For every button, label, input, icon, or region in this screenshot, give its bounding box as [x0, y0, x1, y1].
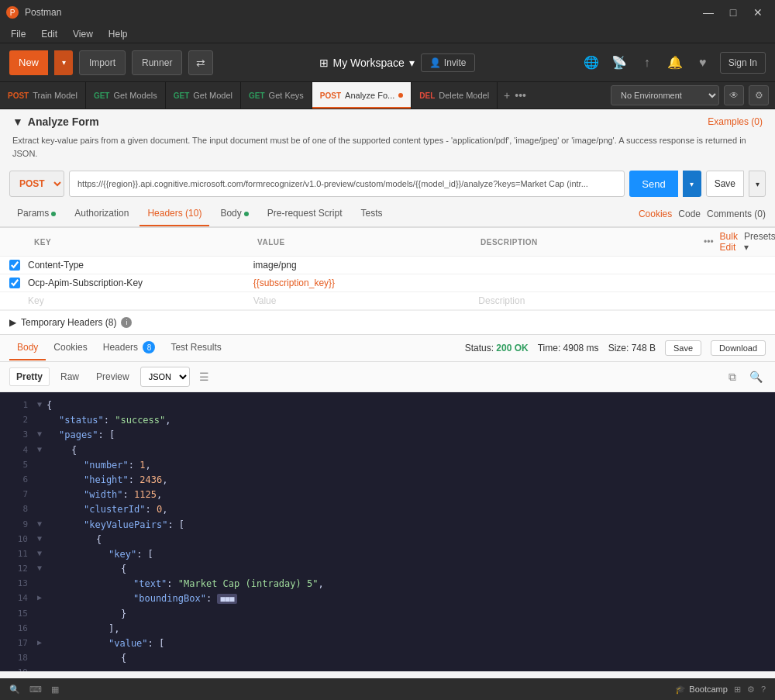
- req-tab-body[interactable]: Body: [212, 202, 256, 226]
- req-tab-authorization[interactable]: Authorization: [67, 202, 136, 226]
- header-checkbox-2[interactable]: [9, 278, 20, 288]
- tab-get-models[interactable]: GET Get Models: [86, 82, 166, 109]
- menu-view[interactable]: View: [68, 27, 98, 41]
- search-icon-btn[interactable]: 🔍: [746, 367, 766, 387]
- runner-button[interactable]: Runner: [132, 50, 182, 75]
- add-tab-button[interactable]: +: [504, 89, 510, 102]
- save-button[interactable]: Save: [706, 171, 744, 197]
- satellite-icon-btn[interactable]: 📡: [608, 52, 630, 74]
- format-preview[interactable]: Preview: [90, 368, 136, 385]
- sign-in-button[interactable]: Sign In: [720, 52, 766, 74]
- code-link[interactable]: Code: [678, 209, 701, 219]
- send-dropdown-button[interactable]: ▾: [683, 171, 701, 197]
- json-line: 17 ▶ "value": [: [0, 636, 775, 651]
- resp-tab-headers[interactable]: Headers 8: [95, 335, 164, 361]
- format-raw[interactable]: Raw: [54, 368, 85, 385]
- send-button[interactable]: Send: [629, 171, 677, 197]
- examples-link[interactable]: Examples (0): [708, 116, 763, 127]
- req-tab-pre-request[interactable]: Pre-request Script: [260, 202, 350, 226]
- tab-get-keys[interactable]: GET Get Keys: [241, 82, 312, 109]
- desc-placeholder[interactable]: Description: [478, 295, 704, 306]
- copy-icon-btn[interactable]: ⧉: [722, 367, 742, 387]
- new-button[interactable]: New: [9, 50, 48, 75]
- format-pretty[interactable]: Pretty: [9, 367, 50, 386]
- tab-analyze-form[interactable]: POST Analyze Fo...: [312, 82, 412, 109]
- response-tabs-row: Body Cookies Headers 8 Test Results Stat…: [0, 335, 775, 362]
- layout-icon[interactable]: ⊞: [734, 684, 741, 695]
- keyboard-icon[interactable]: ⌨: [29, 684, 42, 695]
- req-tab-tests[interactable]: Tests: [353, 202, 390, 226]
- value-placeholder[interactable]: Value: [253, 295, 479, 306]
- status-bar-right: 🎓 Bootcamp ⊞ ⚙ ?: [675, 684, 766, 695]
- workspace-grid-icon: ⊞: [319, 57, 329, 69]
- method-select[interactable]: POST: [9, 171, 64, 197]
- key-placeholder[interactable]: Key: [28, 295, 253, 306]
- environment-select[interactable]: No Environment: [611, 85, 719, 105]
- wrap-icon-btn[interactable]: ☰: [195, 367, 215, 387]
- minimize-button[interactable]: —: [698, 2, 719, 23]
- json-line: 3 ▼ "pages": [: [0, 428, 775, 443]
- req-tab-headers[interactable]: Headers (10): [140, 202, 209, 226]
- size-label: Size: 748 B: [608, 343, 656, 353]
- json-line: 10 ▼ {: [0, 533, 775, 547]
- more-tabs-button[interactable]: •••: [515, 89, 526, 102]
- presets-btn[interactable]: Presets ▾: [744, 231, 775, 253]
- header-value-1: image/png: [253, 260, 479, 271]
- bootcamp-link[interactable]: 🎓 Bootcamp: [675, 684, 728, 695]
- help-icon[interactable]: ?: [761, 684, 766, 694]
- invite-label: Invite: [444, 57, 467, 68]
- req-tab-params[interactable]: Params: [9, 202, 64, 226]
- tab-label: Analyze Fo...: [345, 91, 394, 100]
- response-save-button[interactable]: Save: [665, 340, 701, 356]
- tab-label: Get Models: [113, 91, 157, 100]
- sync-icon-btn[interactable]: ↑: [636, 52, 658, 74]
- menu-help[interactable]: Help: [104, 27, 133, 41]
- header-checkbox-1[interactable]: [9, 260, 20, 271]
- tab-delete-model[interactable]: DEL Delete Model: [412, 82, 498, 109]
- menu-file[interactable]: File: [6, 27, 30, 41]
- tab-get-model[interactable]: GET Get Model: [166, 82, 241, 109]
- temp-headers-row[interactable]: ▶ Temporary Headers (8) i: [0, 310, 775, 334]
- json-line: 5 "number": 1,: [0, 458, 775, 473]
- menu-edit[interactable]: Edit: [36, 27, 62, 41]
- maximize-button[interactable]: □: [722, 2, 744, 23]
- request-section: ▼ Analyze Form Examples (0) Extract key-…: [0, 109, 775, 228]
- bootcamp-icon: 🎓: [675, 684, 686, 695]
- tab-modified-dot: [398, 93, 403, 98]
- bulk-edit-link[interactable]: Bulk Edit: [720, 231, 738, 253]
- tab-train-model[interactable]: POST Train Model: [0, 82, 86, 109]
- url-bar: POST Send ▾ Save ▾: [0, 166, 775, 202]
- workspace-selector[interactable]: ⊞ My Workspace ▾: [319, 57, 415, 69]
- response-body-controls: Pretty Raw Preview JSON ☰ ⧉ 🔍: [0, 362, 775, 392]
- search-icon[interactable]: 🔍: [9, 684, 20, 695]
- close-button[interactable]: ✕: [747, 2, 769, 23]
- globe-icon-btn[interactable]: 🌐: [580, 52, 602, 74]
- cookies-link[interactable]: Cookies: [639, 209, 672, 219]
- invite-button[interactable]: 👤 Invite: [421, 53, 475, 72]
- resp-tab-cookies[interactable]: Cookies: [46, 336, 95, 360]
- eye-icon-btn[interactable]: 👁: [724, 85, 744, 105]
- comments-link[interactable]: Comments (0): [707, 209, 766, 219]
- save-dropdown-button[interactable]: ▾: [749, 171, 766, 197]
- url-input[interactable]: [69, 171, 625, 197]
- collapse-arrow[interactable]: ▼: [12, 116, 23, 128]
- response-download-button[interactable]: Download: [711, 340, 766, 356]
- bell-icon-btn[interactable]: 🔔: [664, 52, 686, 74]
- settings-icon-btn[interactable]: ⚙: [749, 85, 769, 105]
- tab-label: Train Model: [33, 91, 78, 100]
- json-line: 16 ],: [0, 622, 775, 636]
- import-button[interactable]: Import: [79, 50, 126, 75]
- format-select[interactable]: JSON: [140, 367, 190, 387]
- grid-icon[interactable]: ▦: [51, 684, 59, 695]
- resp-tab-body[interactable]: Body: [9, 336, 46, 360]
- method-label: POST: [320, 91, 341, 100]
- tab-label: Get Model: [193, 91, 232, 100]
- resp-tab-test-results[interactable]: Test Results: [163, 336, 229, 360]
- heart-icon-btn[interactable]: ♥: [692, 52, 714, 74]
- settings-icon[interactable]: ⚙: [747, 684, 755, 695]
- json-line: 19: [0, 666, 775, 671]
- new-dropdown-button[interactable]: ▾: [54, 50, 73, 75]
- request-header: ▼ Analyze Form Examples (0): [0, 109, 775, 131]
- info-icon: i: [121, 317, 132, 328]
- sync-button[interactable]: ⇄: [188, 50, 213, 75]
